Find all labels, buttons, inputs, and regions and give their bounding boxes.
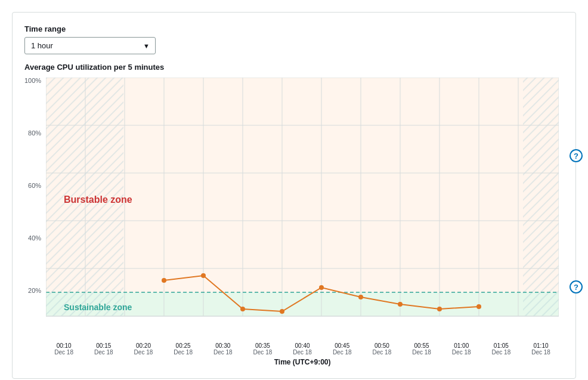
x-axis: 00:10 Dec 18 00:15 Dec 18 00:20 Dec 18 0…	[46, 340, 559, 356]
x-tick-0015: 00:15 Dec 18	[86, 342, 122, 356]
x-tick-0100: 01:00 Dec 18	[444, 342, 479, 356]
data-point	[437, 307, 442, 311]
sustainable-zone-label: Sustainable zone	[64, 302, 132, 312]
data-point	[240, 307, 245, 311]
y-label-100: 100%	[24, 78, 41, 84]
burstable-help-icon[interactable]: ?	[570, 149, 583, 162]
y-axis: 100% 80% 60% 40% 20%	[24, 78, 46, 340]
x-tick-0025: 00:25 Dec 18	[165, 342, 201, 356]
chart-svg-wrapper: Burstable zone Sustainable zone	[46, 78, 564, 340]
chart-area: 100% 80% 60% 40% 20%	[24, 78, 564, 366]
data-point	[319, 285, 324, 290]
x-axis-label: Time (UTC+9:00)	[46, 358, 559, 366]
data-point	[398, 302, 403, 307]
sustainable-help-icon[interactable]: ?	[570, 280, 583, 294]
data-point	[162, 278, 166, 283]
time-range-label: Time range	[24, 24, 564, 33]
y-label-60: 60%	[28, 183, 41, 189]
x-tick-0055: 00:55 Dec 18	[404, 342, 440, 356]
y-label-40: 40%	[28, 235, 41, 242]
data-point	[280, 309, 284, 314]
chart-title: Average CPU utilization per 5 minutes	[24, 63, 564, 72]
x-tick-0010: 00:10 Dec 18	[46, 342, 82, 356]
x-tick-0050: 00:50 Dec 18	[364, 342, 400, 356]
time-range-select[interactable]: 1 hour 3 hours 12 hours 1 day 3 days 1 w…	[24, 37, 156, 54]
data-point	[476, 304, 481, 309]
burstable-zone-label: Burstable zone	[64, 194, 132, 205]
x-tick-0045: 00:45 Dec 18	[324, 342, 360, 356]
x-tick-0105: 01:05 Dec 18	[483, 342, 519, 356]
x-tick-0035: 00:35 Dec 18	[245, 342, 280, 356]
chart-svg: Burstable zone Sustainable zone	[46, 78, 559, 340]
data-point	[358, 295, 363, 299]
x-tick-0040: 00:40 Dec 18	[284, 342, 320, 356]
y-label-80: 80%	[28, 130, 41, 137]
y-label-20: 20%	[28, 288, 41, 294]
main-container: Time range 1 hour 3 hours 12 hours 1 day…	[12, 12, 576, 379]
x-tick-0020: 00:20 Dec 18	[125, 342, 161, 356]
time-range-select-wrapper[interactable]: 1 hour 3 hours 12 hours 1 day 3 days 1 w…	[24, 37, 156, 54]
svg-rect-4	[523, 78, 559, 316]
chart-body: Burstable zone Sustainable zone	[46, 78, 564, 366]
data-point	[201, 273, 206, 278]
x-tick-0030: 00:30 Dec 18	[205, 342, 241, 356]
x-tick-0110: 01:10 Dec 18	[523, 342, 559, 356]
